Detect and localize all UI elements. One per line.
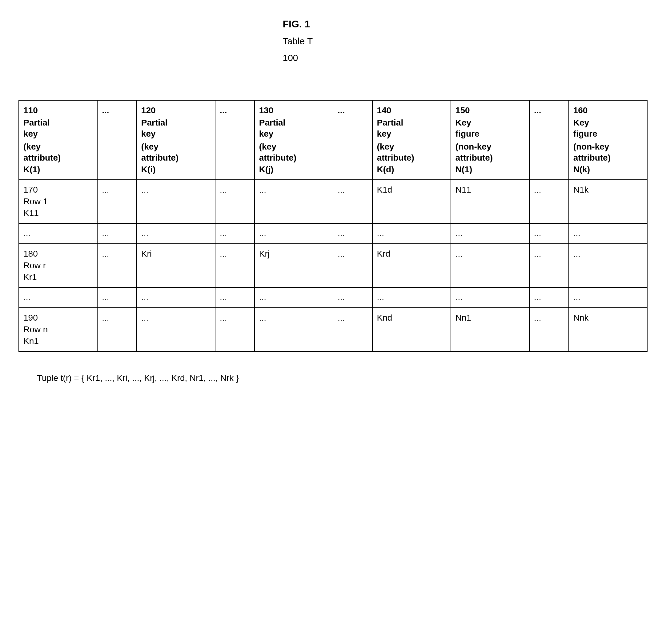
table-cell: ... (569, 223, 647, 244)
column-header: 160Keyfigure(non-keyattribute)N(k) (569, 100, 647, 180)
ellipsis: ... (220, 106, 250, 115)
table-cell: ... (137, 223, 215, 244)
table-cell: ... (19, 223, 97, 244)
ellipsis: ... (102, 106, 132, 115)
table-cell: ... (97, 223, 137, 244)
cell-value: ... (377, 292, 384, 302)
table-row: 190Row nKn1...............KndNn1...Nnk (19, 308, 647, 352)
table-cell: ... (215, 308, 255, 352)
table-cell: ... (137, 287, 215, 308)
cell-value: ... (455, 249, 462, 258)
row-label: Row r (23, 261, 93, 270)
column-label-line2: key (23, 129, 93, 139)
column-attr-line2: attribute) (455, 153, 525, 163)
column-header: 140Partialkey(keyattribute)K(d) (372, 100, 451, 180)
cell-value: K11 (23, 208, 39, 218)
cell-value: ... (102, 185, 109, 195)
column-attr-line2: attribute) (141, 153, 211, 163)
cell-value: ... (141, 292, 148, 302)
table-cell: Krj (255, 244, 333, 287)
cell-value: ... (220, 292, 227, 302)
column-symbol: K(d) (377, 165, 446, 175)
table-cell: ... (372, 223, 451, 244)
column-attr-line1: (key (377, 142, 446, 152)
column-attr-line2: attribute) (23, 153, 93, 163)
row-label: Row n (23, 325, 93, 335)
column-symbol: N(1) (455, 165, 525, 175)
cell-value: Krd (377, 249, 390, 258)
table-cell: K1d (372, 180, 451, 223)
column-label-line1: Partial (259, 118, 328, 128)
column-attr-line1: (key (23, 142, 93, 152)
table-row: 170Row 1K11...............K1dN11...N1k (19, 180, 647, 223)
cell-value: ... (455, 229, 462, 238)
column-label-line2: key (377, 129, 446, 139)
table-cell: ... (255, 223, 333, 244)
table-cell: ... (529, 244, 569, 287)
cell-value: ... (102, 249, 109, 258)
cell-value: Kn1 (23, 336, 39, 346)
table-cell: ... (137, 180, 215, 223)
cell-value: ... (338, 313, 345, 322)
cell-value: ... (220, 229, 227, 238)
cell-value: ... (534, 249, 541, 258)
column-attr-line2: attribute) (573, 153, 643, 163)
column-header: ... (215, 100, 255, 180)
table-cell: ... (451, 287, 529, 308)
table-cell: ... (215, 223, 255, 244)
table-cell: ... (569, 244, 647, 287)
column-attr-line2: attribute) (377, 153, 446, 163)
ellipsis: ... (534, 106, 564, 115)
cell-value: ... (220, 313, 227, 322)
cell-value: ... (102, 229, 109, 238)
figure-header: FIG. 1 Table T 100 (282, 18, 648, 63)
cell-value: ... (141, 185, 148, 195)
cell-value: ... (377, 229, 384, 238)
table-cell: ... (19, 287, 97, 308)
data-table: 110Partialkey(keyattribute)K(1)...120Par… (18, 100, 648, 352)
table-cell: ... (97, 244, 137, 287)
column-label-line1: Key (573, 118, 643, 128)
cell-value: K1d (377, 185, 392, 195)
table-cell: ... (529, 180, 569, 223)
column-header: 120Partialkey(keyattribute)K(i) (137, 100, 215, 180)
cell-value: ... (338, 249, 345, 258)
column-ref-number: 120 (141, 106, 211, 115)
column-header: ... (529, 100, 569, 180)
cell-value: ... (573, 249, 580, 258)
table-cell: N1k (569, 180, 647, 223)
cell-value: ... (338, 185, 345, 195)
table-cell: Nn1 (451, 308, 529, 352)
column-label-line1: Key (455, 118, 525, 128)
cell-value: Nnk (573, 313, 589, 322)
column-ref-number: 110 (23, 106, 93, 115)
row-ref-number: 170 (23, 185, 93, 195)
cell-value: ... (141, 229, 148, 238)
table-cell: ... (255, 287, 333, 308)
table-cell: 180Row rKr1 (19, 244, 97, 287)
table-row: .............................. (19, 223, 647, 244)
table-cell: Krd (372, 244, 451, 287)
column-label-line1: Partial (141, 118, 211, 128)
column-attr-line2: attribute) (259, 153, 328, 163)
cell-value: ... (534, 292, 541, 302)
table-cell: ... (255, 308, 333, 352)
table-cell: N11 (451, 180, 529, 223)
column-ref-number: 140 (377, 106, 446, 115)
row-ref-number: 180 (23, 249, 93, 259)
column-header: 130Partialkey(keyattribute)K(j) (255, 100, 333, 180)
column-label-line1: Partial (23, 118, 93, 128)
table-cell: Knd (372, 308, 451, 352)
column-label-line2: figure (573, 129, 643, 139)
tuple-definition: Tuple t(r) = { Kr1, ..., Kri, ..., Krj, … (37, 373, 648, 383)
cell-value: ... (102, 313, 109, 322)
column-attr-line1: (non-key (573, 142, 643, 152)
cell-value: ... (220, 185, 227, 195)
header-row: 110Partialkey(keyattribute)K(1)...120Par… (19, 100, 647, 180)
cell-value: Kri (141, 249, 152, 258)
table-cell: ... (215, 180, 255, 223)
column-ref-number: 130 (259, 106, 328, 115)
table-cell: ... (333, 180, 372, 223)
column-attr-line1: (key (141, 142, 211, 152)
row-label: Row 1 (23, 197, 93, 207)
